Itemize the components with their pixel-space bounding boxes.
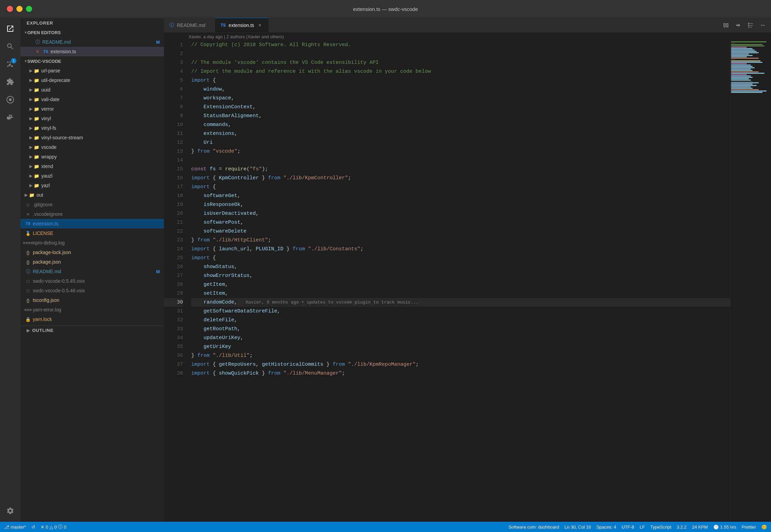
tree-item-wrappy[interactable]: ▶ 📁 wrappy (20, 152, 164, 162)
minimize-button[interactable] (16, 6, 23, 12)
tree-item-vali-date[interactable]: ▶ 📁 vali-date (20, 95, 164, 104)
outline-section-title[interactable]: ▶ OUTLINE (20, 325, 164, 334)
tab-extension[interactable]: TS extension.ts ✕ (215, 18, 269, 32)
tree-item-yarn-lock[interactable]: 🔒 yarn.lock (20, 314, 164, 324)
status-swdc[interactable]: Software.com: dashboard (508, 524, 559, 530)
timeline-icon[interactable] (745, 20, 756, 31)
wrappy-chevron: ▶ (29, 154, 32, 159)
code-line-27: showErrorStatus, (191, 271, 730, 280)
split-editor-icon[interactable] (720, 20, 731, 31)
code-line-21: softwarePost, (191, 218, 730, 227)
tree-item-npm-debug[interactable]: ≡≡≡≡ npm-debug.log (20, 238, 164, 248)
tree-item-gitignore[interactable]: ◇ .gitignore (20, 200, 164, 209)
status-language[interactable]: TypeScript (650, 524, 671, 530)
svg-point-13 (761, 25, 762, 26)
status-ts-version[interactable]: 3.2.2 (677, 524, 687, 530)
vsix-46-icon: □ (25, 287, 31, 294)
tree-item-yazl[interactable]: ▶ 📁 yazl (20, 181, 164, 190)
tab-extension-label: extension.ts (228, 23, 254, 28)
status-line-ending[interactable]: LF (640, 524, 645, 530)
status-kpm[interactable]: 24 KPM (692, 524, 708, 530)
go-back-icon[interactable] (733, 20, 744, 31)
language-text: TypeScript (650, 524, 671, 530)
code-line-14 (191, 156, 730, 165)
tree-item-vinyl[interactable]: ▶ 📁 vinyl (20, 114, 164, 123)
status-emoji[interactable]: 😊 (761, 524, 767, 530)
tree-item-tsconfig[interactable]: {} tsconfig.json (20, 295, 164, 305)
code-line-32: deleteFile, (191, 316, 730, 325)
code-line-31: getSoftwareDataStoreFile, (191, 307, 730, 316)
activity-settings-icon[interactable] (3, 503, 18, 518)
vinyl-fs-chevron: ▶ (29, 126, 32, 130)
status-encoding[interactable]: UTF-8 (622, 524, 634, 530)
svg-rect-8 (748, 25, 749, 26)
ts-file-icon: TS (25, 220, 31, 227)
code-line-13: } from "vscode"; (191, 147, 730, 156)
activity-extensions-icon[interactable] (3, 74, 18, 89)
tree-item-yarn-error[interactable]: ≡≡≡ yarn-error.log (20, 305, 164, 314)
open-editor-extension[interactable]: ✕ TS extension.ts (20, 47, 164, 56)
tree-item-extension-ts[interactable]: TS extension.ts (20, 219, 164, 228)
status-prettier[interactable]: Prettier (742, 524, 756, 530)
code-line-26: showStatus, (191, 263, 730, 271)
activity-remote-icon[interactable] (3, 92, 18, 107)
open-editor-readme[interactable]: ⓘ README.md M (20, 37, 164, 47)
code-lines[interactable]: // Copyright (c) 2018 Software. All Righ… (188, 41, 730, 522)
code-line-19: isResponseOk, (191, 200, 730, 209)
status-sync[interactable]: ↺ (31, 524, 35, 530)
tree-item-vsix-46[interactable]: □ swdc-vscode-0.5.46.vsix (20, 286, 164, 295)
yarn-lock-icon: 🔒 (25, 316, 31, 323)
tree-item-readme[interactable]: ⓘ README.md M (20, 267, 164, 276)
main-layout: 1 EXPLORER ▾ OPEN EDITORS ⓘ README.md (0, 18, 771, 522)
open-editors-section[interactable]: ▾ OPEN EDITORS (20, 28, 164, 37)
vscodeignore-icon: ≡ (25, 211, 31, 218)
code-line-36: } from "./lib/Util"; (191, 351, 730, 360)
tree-item-vinyl-fs[interactable]: ▶ 📁 vinyl-fs (20, 123, 164, 133)
project-section[interactable]: ▾ SWDC-VSCODE (20, 56, 164, 66)
activity-search-icon[interactable] (3, 39, 18, 54)
tree-item-vscode[interactable]: ▶ 📁 vscode (20, 142, 164, 152)
tab-close-button[interactable]: ✕ (257, 22, 263, 28)
status-errors[interactable]: ✕ 0 △ 0 ⓘ 0 (41, 524, 67, 530)
code-line-24: import { launch_url, PLUGIN_ID } from ".… (191, 245, 730, 254)
time-text: 1.55 hrs (720, 524, 736, 530)
readme-badge: M (156, 40, 164, 45)
activity-docker-icon[interactable] (3, 110, 18, 125)
tree-item-util-deprecate[interactable]: ▶ 📁 util-deprecate (20, 75, 164, 85)
tree-item-vsix-45[interactable]: □ swdc-vscode-0.5.45.vsix (20, 276, 164, 286)
tree-item-url-parse[interactable]: ▶ 📁 url-parse (20, 66, 164, 75)
editor-blame-bar: Xavier, a day ago | 2 authors (Xavier an… (164, 33, 771, 41)
more-actions-icon[interactable] (757, 20, 768, 31)
maximize-button[interactable] (26, 6, 32, 12)
yazl-label: yazl (41, 183, 50, 188)
util-deprecate-chevron: ▶ (29, 78, 32, 83)
vinyl-source-stream-label: vinyl-source-stream (41, 135, 83, 140)
tree-item-yauzl[interactable]: ▶ 📁 yauzl (20, 171, 164, 181)
activity-source-control-icon[interactable]: 1 (3, 57, 18, 72)
activity-explorer-icon[interactable] (3, 21, 18, 36)
tree-item-vinyl-source-stream[interactable]: ▶ 📁 vinyl-source-stream (20, 133, 164, 142)
vsix-46-label: swdc-vscode-0.5.46.vsix (33, 288, 85, 293)
close-button[interactable] (7, 6, 13, 12)
status-time[interactable]: 🕐 1.55 hrs (713, 524, 736, 530)
tree-item-out[interactable]: ▶ 📁 out (20, 190, 164, 200)
vali-date-label: vali-date (41, 97, 59, 102)
info-icon: ⓘ (58, 524, 62, 530)
tree-item-package-lock[interactable]: {} package-lock.json (20, 248, 164, 257)
tree-item-verror[interactable]: ▶ 📁 verror (20, 104, 164, 114)
status-spaces[interactable]: Spaces: 4 (597, 524, 616, 530)
out-chevron: ▶ (25, 193, 28, 197)
tree-item-uuid[interactable]: ▶ 📁 uuid (20, 85, 164, 95)
tree-item-vscodeignore[interactable]: ≡ .vscodeignore (20, 209, 164, 219)
tree-item-license[interactable]: 🏅 LICENSE (20, 228, 164, 238)
status-branch[interactable]: ⎇ master* (4, 524, 26, 530)
clock-icon: 🕐 (713, 524, 719, 530)
open-editor-readme-label: README.md (42, 39, 71, 45)
tab-readme[interactable]: ⓘ README.md (164, 18, 215, 32)
tree-item-xtend[interactable]: ▶ 📁 xtend (20, 162, 164, 171)
folder-icon: 📁 (33, 153, 40, 160)
editor-area: ⓘ README.md TS extension.ts ✕ (164, 18, 771, 522)
tree-item-package-json[interactable]: {} package.json (20, 257, 164, 267)
status-position[interactable]: Ln 30, Col 16 (564, 524, 591, 530)
uuid-label: uuid (41, 87, 50, 93)
